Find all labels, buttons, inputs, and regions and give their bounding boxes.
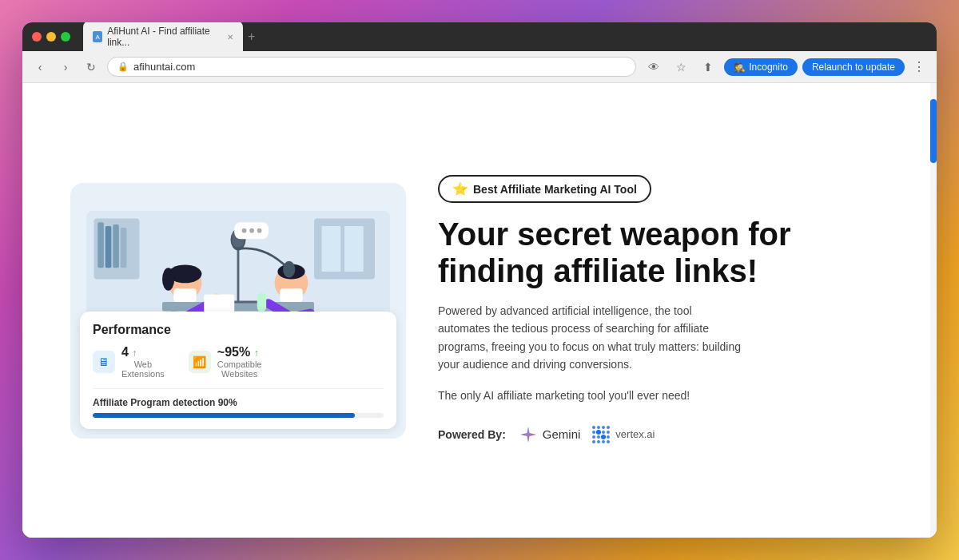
traffic-lights [32,32,70,42]
performance-card: Performance 🖥 4 ↑ Web Ex [80,312,396,429]
svg-rect-44 [257,292,266,312]
maximize-traffic-light[interactable] [61,32,70,42]
chart-icon: 📶 [189,351,211,373]
svg-point-48 [257,228,262,232]
menu-button[interactable]: ⋮ [909,56,929,77]
svg-rect-3 [105,226,112,268]
svg-point-59 [601,435,606,439]
relaunch-button[interactable]: Relaunch to update [802,58,905,76]
incognito-button[interactable]: 🕵 Incognito [724,58,798,76]
main-headline: Your secret weapon for finding affiliate… [438,216,889,289]
page-content: Performance 🖥 4 ↑ Web Ex [22,83,937,538]
svg-rect-5 [121,227,127,267]
badge-text: Best Affiliate Marketing AI Tool [473,183,637,196]
svg-point-57 [592,435,595,439]
websites-value: ~95% [217,345,250,359]
svg-point-47 [249,228,254,232]
browser-toolbar: ‹ › ↻ 🔒 afihuntai.com 👁 ☆ ⬆ 🕵 Incognito … [22,51,937,83]
vertex-logo: vertex.ai [590,423,655,446]
relaunch-label: Relaunch to update [812,62,895,73]
svg-point-56 [607,431,610,434]
extensions-label-2: Extensions [121,369,165,379]
toolbar-actions: 👁 ☆ ⬆ 🕵 Incognito Relaunch to update ⋮ [643,56,929,78]
svg-rect-7 [322,226,341,272]
browser-titlebar: A AfiHunt AI - Find affiliate link... ✕ … [22,22,937,51]
close-traffic-light[interactable] [32,32,42,42]
star-icon[interactable]: ☆ [670,56,692,78]
svg-point-62 [597,440,600,443]
back-button[interactable]: ‹ [30,58,50,77]
vertex-label: vertex.ai [615,428,655,440]
svg-rect-4 [113,224,119,268]
tab-title: AfiHunt AI - Find affiliate link... [107,26,219,48]
svg-point-46 [242,228,247,232]
extensions-label-1: Web [121,359,165,369]
bar-label: Affiliate Program detection 90% [93,397,384,408]
progress-bar-track [93,413,384,418]
compatible-websites-metric: 📶 ~95% ↑ Compatible Websites [189,345,262,379]
svg-point-64 [607,440,610,443]
description-paragraph-1: Powered by advanced artificial intellige… [438,302,742,374]
websites-label-1: Compatible [217,359,262,369]
vertex-icon [590,423,612,446]
performance-metrics: 🖥 4 ↑ Web Extensions [93,345,384,379]
svg-point-50 [597,426,600,429]
reload-button[interactable]: ↻ [82,58,101,77]
tab-bar: A AfiHunt AI - Find affiliate link... ✕ … [83,22,927,53]
best-tool-badge: ⭐ Best Affiliate Marketing AI Tool [438,175,651,203]
svg-point-63 [602,440,605,443]
text-section: ⭐ Best Affiliate Marketing AI Tool Your … [438,175,889,446]
gemini-label: Gemini [543,427,581,441]
extensions-value: 4 [121,345,129,359]
tab-favicon: A [93,31,102,42]
gemini-logo: Gemini [519,425,581,444]
svg-point-34 [283,260,295,277]
powered-by-section: Powered By: [438,423,889,446]
tab-close-button[interactable]: ✕ [227,33,233,42]
scrollbar-thumb[interactable] [930,99,937,163]
browser-content: Performance 🖥 4 ↑ Web Ex [22,83,937,538]
svg-point-51 [602,426,605,429]
illustration-section: Performance 🖥 4 ↑ Web Ex [70,183,406,439]
star-badge-icon: ⭐ [452,181,468,197]
eye-off-icon[interactable]: 👁 [643,56,665,78]
gemini-icon [519,425,538,444]
svg-point-60 [607,435,610,439]
websites-label-2: Websites [217,369,262,379]
url-text: afihuntai.com [133,61,195,73]
description-paragraph-2: The only AI affiliate marketing tool you… [438,387,742,404]
svg-rect-9 [162,302,314,311]
share-icon[interactable]: ⬆ [697,56,719,78]
progress-bar-fill [93,413,355,418]
svg-rect-30 [280,288,303,301]
svg-rect-8 [344,226,364,272]
performance-title: Performance [93,323,384,337]
powered-label: Powered By: [438,428,506,441]
lock-icon: 🔒 [117,62,129,72]
svg-point-55 [602,431,605,434]
minimize-traffic-light[interactable] [46,32,56,42]
websites-up: ↑ [254,348,259,359]
progress-bar-section: Affiliate Program detection 90% [93,388,384,418]
svg-point-58 [597,435,600,439]
svg-point-53 [592,431,595,434]
svg-rect-2 [97,222,104,268]
svg-point-61 [592,440,595,443]
browser-window: A AfiHunt AI - Find affiliate link... ✕ … [22,22,937,538]
illustration-card: Performance 🖥 4 ↑ Web Ex [70,183,406,439]
monitor-icon: 🖥 [93,351,115,373]
scrollbar-track [930,83,937,538]
address-bar[interactable]: 🔒 afihuntai.com [107,57,636,77]
svg-point-19 [162,268,174,291]
svg-rect-20 [173,288,197,301]
new-tab-button[interactable]: + [248,30,255,44]
web-extensions-metric: 🖥 4 ↑ Web Extensions [93,345,165,379]
svg-point-52 [607,426,610,429]
active-tab[interactable]: A AfiHunt AI - Find affiliate link... ✕ [83,22,243,53]
forward-button[interactable]: › [56,58,75,77]
powered-logos: Gemini [519,423,655,446]
svg-point-54 [596,430,601,435]
incognito-icon: 🕵 [734,62,746,73]
svg-point-49 [592,426,595,429]
incognito-label: Incognito [749,62,788,73]
